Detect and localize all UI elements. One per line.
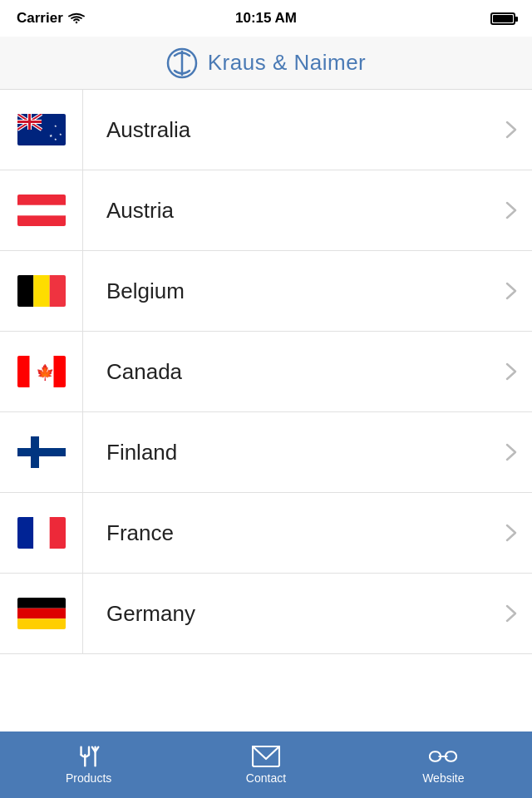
list-item[interactable]: Finland (0, 412, 532, 493)
logo-icon (166, 47, 198, 79)
status-bar: Carrier 10:15 AM (0, 0, 532, 37)
flag-container-de (0, 574, 83, 653)
country-name: Finland (83, 440, 490, 466)
flag-france (17, 517, 66, 549)
country-name: Australia (83, 117, 490, 143)
country-name: Canada (83, 359, 490, 385)
tab-products[interactable]: Products (0, 732, 177, 798)
svg-rect-33 (17, 618, 66, 629)
country-name: Belgium (83, 278, 490, 304)
tab-contact-label: Contact (246, 771, 286, 785)
chevron-icon (490, 282, 532, 300)
flag-container-ca: 🍁 (0, 332, 83, 411)
svg-rect-27 (31, 436, 39, 468)
tab-contact[interactable]: Contact (177, 732, 354, 798)
list-item[interactable]: France (0, 493, 532, 574)
svg-text:★: ★ (54, 137, 57, 141)
svg-text:★: ★ (59, 132, 62, 136)
chevron-icon (490, 121, 532, 139)
status-time: 10:15 AM (235, 10, 297, 27)
svg-rect-26 (17, 448, 66, 456)
svg-rect-31 (17, 598, 66, 608)
tab-website-label: Website (422, 771, 464, 785)
carrier-label: Carrier (17, 10, 63, 27)
svg-rect-32 (17, 608, 66, 619)
flag-container-au: ★ ★ ★ ★ (0, 90, 83, 170)
tab-bar: Products Contact Website (0, 732, 532, 798)
country-name: Germany (83, 601, 490, 627)
country-name: France (83, 520, 490, 546)
flag-austria (17, 195, 66, 226)
flag-container-fr (0, 493, 83, 573)
country-name: Austria (83, 198, 490, 224)
svg-rect-20 (49, 275, 65, 307)
battery-icon (490, 12, 515, 25)
chevron-icon (490, 201, 532, 219)
flag-canada: 🍁 (17, 356, 66, 387)
contact-icon (252, 745, 280, 768)
chevron-icon (490, 604, 532, 623)
app-header: Kraus & Naimer (0, 37, 532, 90)
flag-container-fi (0, 412, 83, 492)
svg-text:★: ★ (54, 124, 57, 128)
flag-australia: ★ ★ ★ ★ (17, 114, 66, 145)
website-icon (429, 745, 457, 768)
list-item[interactable]: Germany (0, 574, 532, 654)
app-title: Kraus & Naimer (208, 50, 367, 76)
list-item[interactable]: Belgium (0, 251, 532, 332)
list-item[interactable]: Austria (0, 170, 532, 251)
svg-rect-29 (33, 517, 49, 549)
tab-website[interactable]: Website (355, 732, 532, 798)
flag-finland (17, 436, 66, 468)
list-item[interactable]: ★ ★ ★ ★ Australia (0, 90, 532, 170)
flag-belgium (17, 275, 66, 307)
svg-rect-28 (17, 517, 33, 549)
svg-rect-23 (53, 356, 66, 387)
chevron-icon (490, 443, 532, 461)
svg-rect-30 (49, 517, 65, 549)
products-icon (75, 745, 103, 768)
flag-container-be (0, 251, 83, 331)
svg-rect-19 (33, 275, 49, 307)
list-item[interactable]: 🍁 Canada (0, 332, 532, 412)
svg-rect-18 (17, 275, 33, 307)
tab-products-label: Products (66, 771, 111, 785)
svg-text:🍁: 🍁 (36, 363, 55, 382)
svg-rect-22 (17, 356, 30, 387)
svg-rect-17 (17, 205, 66, 216)
chevron-icon (490, 362, 532, 381)
chevron-icon (490, 524, 532, 542)
flag-germany (17, 598, 66, 629)
flag-container-at (0, 170, 83, 250)
country-list: ★ ★ ★ ★ Australia Austria (0, 90, 532, 732)
wifi-icon (68, 12, 85, 24)
